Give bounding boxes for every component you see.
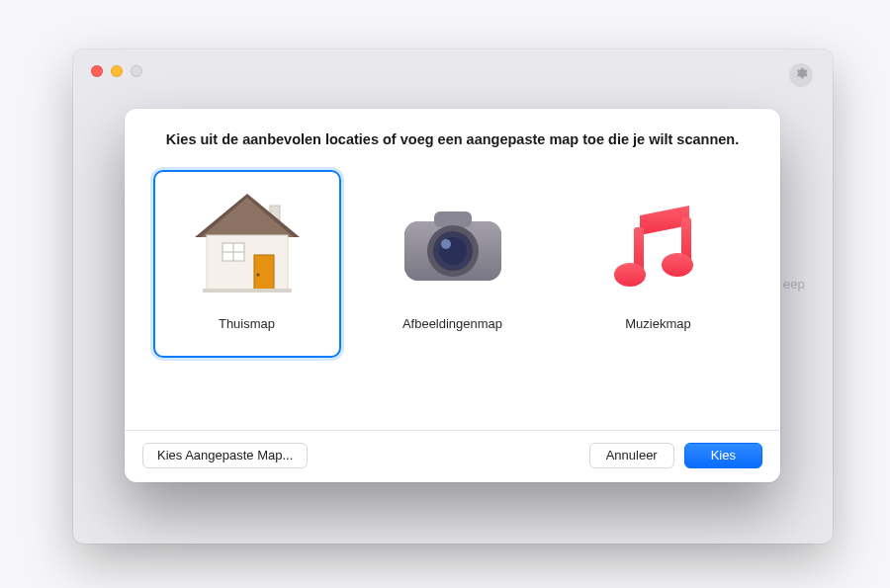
gear-icon: [794, 66, 808, 84]
house-icon: [183, 186, 312, 304]
options-row: Thuismap: [125, 164, 780, 366]
choose-button[interactable]: Kies: [684, 443, 762, 468]
cancel-button[interactable]: Annuleer: [589, 443, 674, 468]
window-close-button[interactable]: [91, 65, 103, 77]
svg-point-19: [614, 263, 646, 287]
choose-custom-folder-button[interactable]: Kies Aangepaste Map...: [142, 443, 308, 468]
svg-rect-3: [207, 235, 288, 291]
traffic-lights: [91, 65, 142, 77]
music-icon: [594, 186, 723, 304]
svg-rect-9: [203, 289, 292, 293]
dialog-title: Kies uit de aanbevolen locaties of voeg …: [125, 109, 780, 164]
window-maximize-button[interactable]: [131, 65, 142, 77]
background-partial-text: eep: [783, 277, 805, 292]
option-music-folder[interactable]: Muziekmap: [565, 170, 753, 358]
svg-point-16: [441, 239, 451, 249]
svg-point-8: [256, 273, 259, 276]
scan-location-dialog: Kies uit de aanbevolen locaties of voeg …: [125, 109, 780, 482]
svg-point-20: [662, 253, 693, 277]
svg-rect-7: [254, 255, 274, 291]
option-label: Afbeeldingenmap: [402, 316, 502, 331]
window-minimize-button[interactable]: [111, 65, 123, 77]
option-images-folder[interactable]: Afbeeldingenmap: [359, 170, 547, 358]
dialog-footer: Kies Aangepaste Map... Annuleer Kies: [125, 430, 780, 482]
settings-button[interactable]: [789, 63, 813, 87]
svg-rect-12: [434, 211, 472, 227]
option-home-folder[interactable]: Thuismap: [153, 170, 341, 358]
option-label: Thuismap: [219, 316, 275, 331]
option-label: Muziekmap: [625, 316, 690, 331]
camera-icon: [389, 186, 517, 304]
